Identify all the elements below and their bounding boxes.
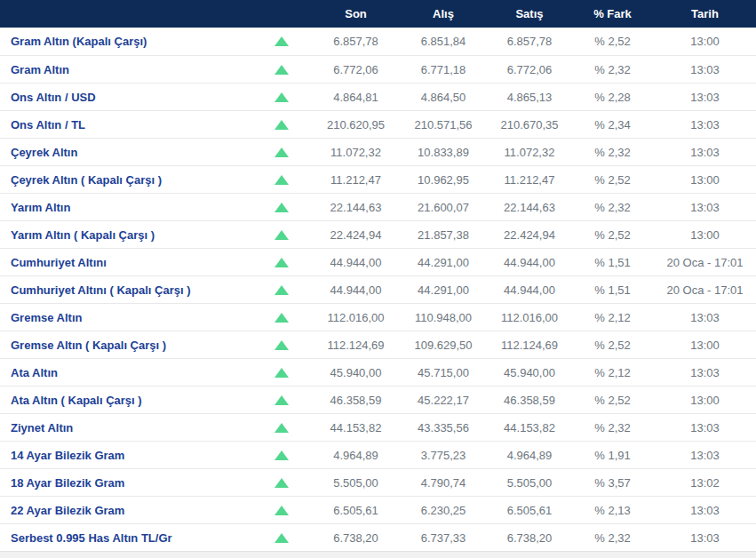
table-row[interactable]: Ata Altın 45.940,00 45.715,00 45.940,00 … bbox=[0, 358, 756, 386]
son-value: 11.212,47 bbox=[313, 173, 399, 187]
son-value: 5.505,00 bbox=[313, 476, 399, 490]
son-value: 44.944,00 bbox=[313, 256, 399, 269]
son-value: 4.964,89 bbox=[313, 449, 399, 462]
instrument-name[interactable]: Gram Altın (Kapalı Çarşı) bbox=[0, 35, 251, 48]
instrument-name[interactable]: Çeyrek Altın ( Kapalı Çarşı ) bbox=[0, 173, 251, 187]
fark-value: % 3,57 bbox=[571, 476, 654, 490]
instrument-name[interactable]: 22 Ayar Bilezik Gram bbox=[0, 504, 251, 517]
table-row[interactable]: 18 Ayar Bilezik Gram 5.505,00 4.790,74 5… bbox=[0, 468, 756, 496]
table-row[interactable]: Gram Altın (Kapalı Çarşı) 6.857,78 6.851… bbox=[0, 28, 756, 55]
tarih-value: 13:03 bbox=[654, 118, 756, 132]
triangle-up-icon bbox=[275, 36, 289, 46]
trend-cell bbox=[251, 147, 313, 157]
table-row[interactable]: Gram Altın 6.772,06 6.771,18 6.772,06 % … bbox=[0, 55, 756, 83]
triangle-up-icon bbox=[275, 120, 289, 130]
tarih-value: 13:03 bbox=[654, 504, 756, 517]
tarih-value: 13:03 bbox=[654, 531, 756, 545]
alis-value: 3.775,23 bbox=[399, 449, 488, 462]
table-row[interactable]: Ziynet Altın 44.153,82 43.335,56 44.153,… bbox=[0, 413, 756, 441]
triangle-up-icon bbox=[275, 478, 289, 488]
trend-cell bbox=[251, 506, 313, 515]
satis-value: 210.670,35 bbox=[488, 118, 571, 132]
trend-cell bbox=[251, 395, 313, 405]
table-row[interactable]: Gremse Altın ( Kapalı Çarşı ) 112.124,69… bbox=[0, 331, 756, 358]
trend-cell bbox=[251, 313, 313, 323]
instrument-name[interactable]: Gremse Altın ( Kapalı Çarşı ) bbox=[0, 339, 251, 352]
triangle-up-icon bbox=[275, 395, 289, 405]
triangle-up-icon bbox=[275, 285, 289, 295]
instrument-name[interactable]: Ziynet Altın bbox=[0, 421, 251, 434]
instrument-name[interactable]: Cumhuriyet Altını ( Kapalı Çarşı ) bbox=[0, 283, 251, 297]
trend-cell bbox=[251, 92, 313, 102]
instrument-name[interactable]: Yarım Altın bbox=[0, 201, 251, 214]
tarih-value: 13:03 bbox=[654, 449, 756, 462]
satis-value: 46.358,59 bbox=[488, 394, 571, 407]
table-row[interactable]: Cumhuriyet Altını 44.944,00 44.291,00 44… bbox=[0, 248, 756, 275]
table-row[interactable]: Yarım Altın ( Kapalı Çarşı ) 22.424,94 2… bbox=[0, 220, 756, 248]
instrument-name[interactable]: Cumhuriyet Altını bbox=[0, 256, 251, 269]
table-row[interactable]: Yarım Altın 22.144,63 21.600,07 22.144,6… bbox=[0, 193, 756, 220]
tarih-value: 20 Oca - 17:01 bbox=[654, 256, 756, 269]
table-row[interactable]: Ons Altın / TL 210.620,95 210.571,56 210… bbox=[0, 110, 756, 138]
fark-value: % 2,32 bbox=[571, 421, 654, 434]
trend-cell bbox=[251, 478, 313, 488]
alis-value: 4.864,50 bbox=[399, 91, 488, 104]
instrument-name[interactable]: Serbest 0.995 Has Altın TL/Gr bbox=[0, 531, 251, 545]
table-row[interactable]: Ata Altın ( Kapalı Çarşı ) 46.358,59 45.… bbox=[0, 386, 756, 413]
son-value: 44.153,82 bbox=[313, 421, 399, 434]
trend-cell bbox=[251, 533, 313, 543]
fark-value: % 1,51 bbox=[571, 283, 654, 297]
satis-value: 11.212,47 bbox=[488, 173, 571, 187]
table-row[interactable]: Cumhuriyet Altını ( Kapalı Çarşı ) 44.94… bbox=[0, 275, 756, 303]
son-value: 6.505,61 bbox=[313, 504, 399, 517]
table-row[interactable]: 14 Ayar Bilezik Gram 4.964,89 3.775,23 4… bbox=[0, 441, 756, 468]
trend-cell bbox=[251, 175, 313, 185]
instrument-name[interactable]: 18 Ayar Bilezik Gram bbox=[0, 476, 251, 490]
satis-value: 22.144,63 bbox=[488, 201, 571, 214]
fark-value: % 2,52 bbox=[571, 35, 654, 48]
tarih-value: 13:00 bbox=[654, 173, 756, 187]
satis-value: 6.857,78 bbox=[488, 35, 571, 48]
instrument-name[interactable]: 14 Ayar Bilezik Gram bbox=[0, 449, 251, 462]
table-row[interactable]: Serbest 0.995 Has Altın TL/Gr 6.738,20 6… bbox=[0, 523, 756, 551]
son-value: 210.620,95 bbox=[313, 118, 399, 132]
tarih-value: 20 Oca - 17:01 bbox=[654, 283, 756, 297]
alis-value: 6.737,33 bbox=[399, 531, 488, 545]
table-row[interactable]: 22 Ayar Bilezik Gram 6.505,61 6.230,25 6… bbox=[0, 496, 756, 523]
instrument-name[interactable]: Ata Altın ( Kapalı Çarşı ) bbox=[0, 394, 251, 407]
alis-value: 6.771,18 bbox=[399, 63, 488, 76]
alis-value: 110.948,00 bbox=[399, 311, 488, 324]
instrument-name[interactable]: Gremse Altın bbox=[0, 311, 251, 324]
tarih-value: 13:03 bbox=[654, 91, 756, 104]
tarih-value: 13:03 bbox=[654, 311, 756, 324]
column-header-tarih: Tarih bbox=[654, 7, 756, 20]
alis-value: 45.222,17 bbox=[399, 394, 488, 407]
trend-cell bbox=[251, 423, 313, 433]
fark-value: % 1,91 bbox=[571, 449, 654, 462]
satis-value: 112.124,69 bbox=[488, 339, 571, 352]
table-row[interactable]: Çeyrek Altın 11.072,32 10.833,89 11.072,… bbox=[0, 138, 756, 165]
triangle-up-icon bbox=[275, 533, 289, 543]
instrument-name[interactable]: Gram Altın bbox=[0, 63, 251, 76]
alis-value: 21.600,07 bbox=[399, 201, 488, 214]
instrument-name[interactable]: Ata Altın bbox=[0, 366, 251, 379]
instrument-name[interactable]: Çeyrek Altın bbox=[0, 146, 251, 159]
bottom-partial-strip bbox=[0, 551, 756, 558]
son-value: 6.738,20 bbox=[313, 531, 399, 545]
son-value: 46.358,59 bbox=[313, 394, 399, 407]
triangle-up-icon bbox=[275, 92, 289, 102]
table-row[interactable]: Çeyrek Altın ( Kapalı Çarşı ) 11.212,47 … bbox=[0, 165, 756, 193]
fark-value: % 2,13 bbox=[571, 504, 654, 517]
column-header-fark: % Fark bbox=[571, 7, 654, 20]
tarih-value: 13:03 bbox=[654, 146, 756, 159]
table-row[interactable]: Gremse Altın 112.016,00 110.948,00 112.0… bbox=[0, 303, 756, 331]
satis-value: 22.424,94 bbox=[488, 228, 571, 242]
alis-value: 43.335,56 bbox=[399, 421, 488, 434]
son-value: 6.857,78 bbox=[313, 35, 399, 48]
table-row[interactable]: Ons Altın / USD 4.864,81 4.864,50 4.865,… bbox=[0, 83, 756, 110]
trend-cell bbox=[251, 203, 313, 212]
tarih-value: 13:03 bbox=[654, 421, 756, 434]
instrument-name[interactable]: Ons Altın / USD bbox=[0, 91, 251, 104]
instrument-name[interactable]: Ons Altın / TL bbox=[0, 118, 251, 132]
instrument-name[interactable]: Yarım Altın ( Kapalı Çarşı ) bbox=[0, 228, 251, 242]
